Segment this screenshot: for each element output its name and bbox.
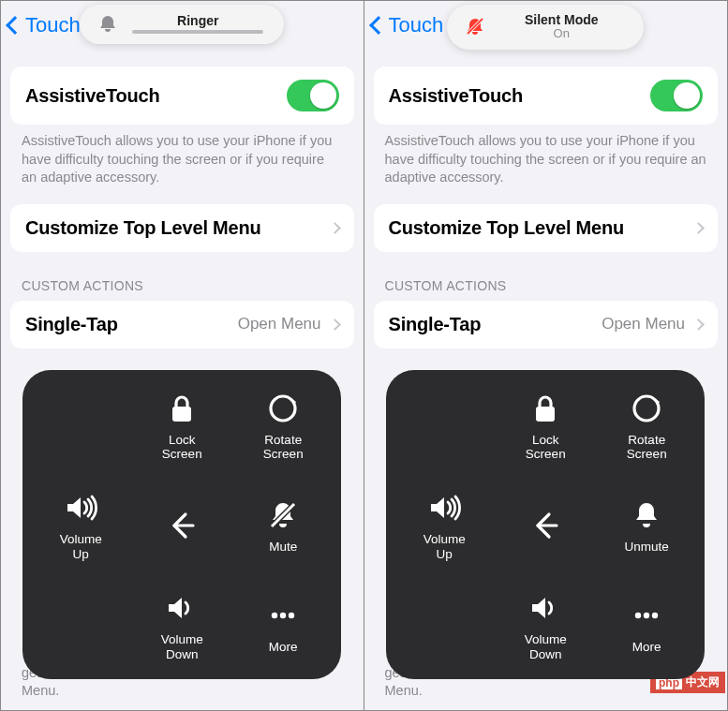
back-label: Touch xyxy=(389,13,444,37)
single-tap-label: Single-Tap xyxy=(389,314,482,335)
lock-screen-button[interactable]: LockScreen xyxy=(495,376,596,476)
customize-label: Customize Top Level Menu xyxy=(25,217,261,239)
volume-down-icon xyxy=(527,589,564,627)
silent-mode-toast: Silent Mode On xyxy=(447,5,644,50)
rotate-screen-button[interactable]: RotateScreen xyxy=(596,376,697,476)
bell-slash-red-icon xyxy=(464,15,486,37)
ringer-toast: Ringer xyxy=(80,5,284,44)
back-button[interactable]: Touch xyxy=(8,13,81,37)
volume-down-button[interactable]: VolumeDown xyxy=(495,575,596,675)
customize-menu-row[interactable]: Customize Top Level Menu xyxy=(374,204,719,252)
chevron-right-icon xyxy=(692,222,705,234)
chevron-right-icon xyxy=(329,318,341,331)
custom-actions-header: CUSTOM ACTIONS xyxy=(364,252,728,297)
customize-menu-row[interactable]: Customize Top Level Menu xyxy=(10,204,354,252)
rotate-icon xyxy=(628,390,665,427)
bell-icon xyxy=(97,12,119,35)
bell-icon xyxy=(628,496,665,534)
single-tap-value: Open Menu xyxy=(602,315,685,333)
volume-up-icon xyxy=(425,489,463,526)
lock-screen-button[interactable]: LockScreen xyxy=(131,376,232,476)
assistivetouch-overlay: LockScreen RotateScreen VolumeUp Unmute xyxy=(386,370,705,679)
ringer-slider xyxy=(132,30,263,34)
more-icon xyxy=(628,597,665,634)
rotate-icon xyxy=(264,390,302,427)
assistivetouch-overlay: LockScreen RotateScreen VolumeUp Mute xyxy=(22,370,341,679)
chevron-left-icon xyxy=(369,16,388,35)
lock-icon xyxy=(163,390,201,427)
chevron-right-icon xyxy=(692,318,705,331)
arrow-left-icon xyxy=(527,507,564,544)
rotate-screen-button[interactable]: RotateScreen xyxy=(232,376,334,476)
volume-up-button[interactable]: VolumeUp xyxy=(394,476,495,576)
screenshot-right: Touch Silent Mode On AssistiveTouch Assi… xyxy=(364,1,728,710)
mute-button[interactable]: Mute xyxy=(232,476,334,576)
back-button-center[interactable] xyxy=(495,476,596,576)
screenshot-left: Touch Ringer AssistiveTouch AssistiveTou… xyxy=(1,1,364,710)
single-tap-label: Single-Tap xyxy=(25,314,118,335)
more-button[interactable]: More xyxy=(232,575,334,675)
chevron-right-icon xyxy=(329,222,341,234)
assistivetouch-desc: AssistiveTouch allows you to use your iP… xyxy=(364,125,728,187)
assistivetouch-row[interactable]: AssistiveTouch xyxy=(10,67,354,125)
volume-up-button[interactable]: VolumeUp xyxy=(30,476,131,576)
toast-title: Silent Mode xyxy=(499,12,623,27)
single-tap-row[interactable]: Single-Tap Open Menu xyxy=(10,301,354,348)
assistivetouch-toggle[interactable] xyxy=(287,80,339,111)
more-icon xyxy=(264,597,302,634)
volume-down-icon xyxy=(163,589,201,627)
assistivetouch-label: AssistiveTouch xyxy=(25,85,160,107)
more-button[interactable]: More xyxy=(596,575,697,675)
assistivetouch-row[interactable]: AssistiveTouch xyxy=(374,67,719,125)
customize-label: Customize Top Level Menu xyxy=(389,217,625,239)
back-label: Touch xyxy=(25,13,81,37)
single-tap-row[interactable]: Single-Tap Open Menu xyxy=(374,301,719,348)
toast-sub: On xyxy=(499,26,623,40)
chevron-left-icon xyxy=(6,16,24,35)
single-tap-value: Open Menu xyxy=(238,315,321,333)
arrow-left-icon xyxy=(163,507,201,544)
assistivetouch-label: AssistiveTouch xyxy=(389,85,524,107)
assistivetouch-desc: AssistiveTouch allows you to use your iP… xyxy=(1,125,364,187)
custom-actions-header: CUSTOM ACTIONS xyxy=(1,252,364,297)
back-button-center[interactable] xyxy=(131,476,232,576)
bell-slash-icon xyxy=(264,496,302,534)
volume-up-icon xyxy=(62,489,99,526)
toast-title: Ringer xyxy=(132,13,263,28)
lock-icon xyxy=(527,390,564,427)
unmute-button[interactable]: Unmute xyxy=(596,476,697,576)
assistivetouch-toggle[interactable] xyxy=(650,80,703,111)
volume-down-button[interactable]: VolumeDown xyxy=(131,575,232,675)
back-button[interactable]: Touch xyxy=(372,13,444,37)
